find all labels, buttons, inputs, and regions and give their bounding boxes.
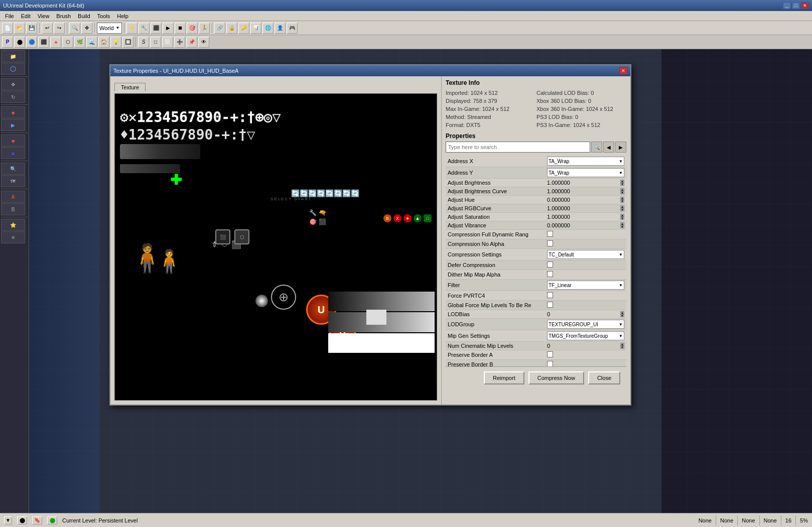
force-pvrtc4-checkbox[interactable]: [547, 292, 553, 298]
menu-build[interactable]: Build: [75, 13, 93, 20]
defer-comp-checkbox[interactable]: [547, 261, 553, 268]
mode-btn-geo[interactable]: ⬜: [162, 37, 173, 48]
status-green-dot[interactable]: ⬤: [47, 516, 57, 524]
menu-help[interactable]: Help: [114, 13, 131, 20]
tb-btn-7[interactable]: ⬛: [151, 23, 162, 34]
menu-view[interactable]: View: [35, 13, 53, 20]
lodbias-spinner[interactable]: ▲ ▼: [620, 311, 624, 317]
tb-btn-9[interactable]: ⏹: [175, 23, 186, 34]
tb-btn-14[interactable]: 🔑: [238, 23, 249, 34]
brightness-spinner[interactable]: ▲ ▼: [620, 180, 624, 186]
comp-settings-dropdown[interactable]: TC_Default▼: [547, 250, 624, 259]
sidebar-btn-star[interactable]: ⭐: [1, 219, 25, 231]
search-button[interactable]: 🔍: [69, 23, 80, 34]
close-button[interactable]: Close: [588, 371, 620, 384]
dialog-close-button[interactable]: ✕: [619, 67, 627, 74]
mode-btn-7[interactable]: 🌿: [74, 37, 85, 48]
sidebar-btn-blue[interactable]: ■: [1, 147, 25, 159]
mode-btn-6[interactable]: ⬡: [62, 37, 73, 48]
numcin-down[interactable]: ▼: [620, 346, 624, 349]
sidebar-btn-x[interactable]: ✕: [1, 231, 25, 243]
mode-btn-s[interactable]: S: [138, 37, 149, 48]
brightness-down[interactable]: ▼: [620, 183, 624, 186]
vib-down[interactable]: ▼: [620, 225, 624, 228]
tb-btn-5[interactable]: ⚡: [126, 23, 138, 34]
menu-brush[interactable]: Brush: [53, 13, 74, 20]
compress-now-button[interactable]: Compress Now: [528, 371, 584, 384]
maximize-button[interactable]: □: [792, 2, 800, 9]
tb-btn-13[interactable]: 🔒: [226, 23, 237, 34]
sidebar-btn-material[interactable]: ■: [1, 106, 25, 118]
address-x-dropdown[interactable]: TA_Wrap▼: [547, 157, 624, 166]
sat-spinner[interactable]: ▲ ▼: [620, 214, 624, 220]
dither-checkbox[interactable]: [547, 271, 553, 277]
mode-btn-plus[interactable]: ➕: [174, 37, 185, 48]
bc-down[interactable]: ▼: [620, 191, 624, 194]
global-force-checkbox[interactable]: [547, 302, 553, 308]
tab-texture[interactable]: Texture: [114, 83, 146, 91]
pres-b-checkbox[interactable]: [547, 361, 553, 366]
search-next-button[interactable]: ▶: [615, 142, 626, 153]
open-button[interactable]: 📂: [14, 23, 25, 34]
mode-btn-2[interactable]: ⬤: [14, 37, 25, 48]
rgb-down[interactable]: ▼: [620, 208, 624, 211]
new-button[interactable]: 📄: [2, 23, 13, 34]
world-dropdown[interactable]: World ▼: [97, 23, 122, 34]
undo-button[interactable]: ↩: [42, 23, 53, 34]
sidebar-btn-content[interactable]: 📁: [1, 50, 25, 62]
sidebar-btn-move[interactable]: ✥: [1, 78, 25, 90]
hue-down[interactable]: ▼: [620, 200, 624, 203]
sidebar-btn-search[interactable]: 🔍: [1, 163, 25, 175]
sidebar-btn-3d[interactable]: ⬡: [1, 63, 25, 75]
tb-btn-18[interactable]: 🎮: [287, 23, 298, 34]
status-bookmark-btn[interactable]: 🔖: [32, 516, 42, 524]
mode-btn-11[interactable]: 🔲: [122, 37, 133, 48]
menu-file[interactable]: File: [2, 13, 17, 20]
mode-btn-9[interactable]: 🏠: [98, 37, 109, 48]
menu-edit[interactable]: Edit: [18, 13, 34, 20]
address-y-dropdown[interactable]: TA_Wrap▼: [547, 168, 624, 177]
lodgroup-dropdown[interactable]: TEXTUREGROUP_UI▼: [547, 320, 624, 329]
lodbias-down[interactable]: ▼: [620, 314, 624, 317]
move-button[interactable]: ✥: [81, 23, 92, 34]
save-button[interactable]: 💾: [26, 23, 37, 34]
tb-btn-12[interactable]: 🔗: [214, 23, 225, 34]
tb-btn-17[interactable]: 👤: [275, 23, 286, 34]
sat-down[interactable]: ▼: [620, 217, 624, 220]
search-prev-button[interactable]: ◀: [603, 142, 614, 153]
sidebar-btn-red[interactable]: ■: [1, 135, 25, 147]
sidebar-btn-nav[interactable]: 🗺: [1, 175, 25, 187]
pres-a-checkbox[interactable]: [547, 351, 553, 357]
mode-btn-eye[interactable]: 👁: [198, 37, 209, 48]
minimize-button[interactable]: _: [783, 2, 791, 9]
mipgen-dropdown[interactable]: TMGS_FromTextureGroup▼: [547, 331, 624, 340]
search-input[interactable]: [446, 142, 590, 153]
mode-btn-1[interactable]: P: [2, 37, 13, 48]
mode-btn-5[interactable]: 🔺: [50, 37, 61, 48]
sidebar-btn-b[interactable]: B: [1, 203, 25, 215]
comp-na-checkbox[interactable]: [547, 240, 553, 246]
sidebar-btn-a[interactable]: A: [1, 191, 25, 203]
reimport-button[interactable]: Reimport: [484, 371, 524, 384]
rgb-spinner[interactable]: ▲ ▼: [620, 205, 624, 211]
status-arrow-btn[interactable]: ▼: [4, 516, 12, 524]
sidebar-btn-rotate[interactable]: ↻: [1, 91, 25, 103]
mode-btn-sq[interactable]: □: [150, 37, 161, 48]
menu-tools[interactable]: Tools: [94, 13, 113, 20]
tb-btn-15[interactable]: 📊: [250, 23, 261, 34]
app-close-button[interactable]: ✕: [801, 2, 809, 9]
numcin-spinner[interactable]: ▲ ▼: [620, 343, 624, 349]
hue-spinner[interactable]: ▲ ▼: [620, 197, 624, 203]
sidebar-btn-anim[interactable]: ▶: [1, 119, 25, 131]
tb-btn-16[interactable]: 🌐: [262, 23, 274, 34]
mode-btn-4[interactable]: ⬛: [38, 37, 49, 48]
vib-spinner[interactable]: ▲ ▼: [620, 222, 624, 228]
filter-dropdown[interactable]: TF_Linear▼: [547, 281, 624, 290]
mode-btn-10[interactable]: 💡: [110, 37, 121, 48]
tb-btn-10[interactable]: 🎯: [187, 23, 198, 34]
tb-btn-8[interactable]: ▶: [163, 23, 174, 34]
redo-button[interactable]: ↪: [54, 23, 65, 34]
tb-btn-6[interactable]: 🔧: [139, 23, 150, 34]
mode-btn-8[interactable]: 🌊: [86, 37, 97, 48]
search-go-button[interactable]: 🔍: [591, 142, 602, 153]
